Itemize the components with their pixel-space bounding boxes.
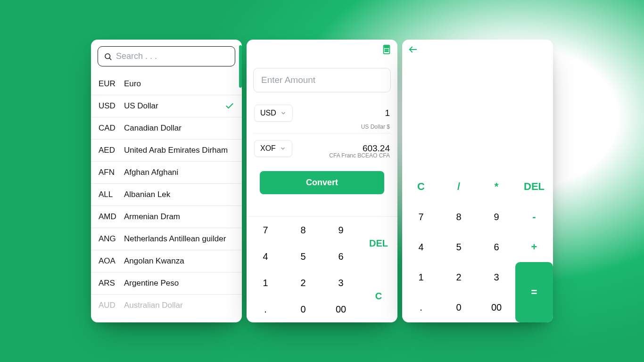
numpad-key-0[interactable]: 0 [284, 296, 322, 322]
calc-key-del[interactable]: DEL [515, 172, 553, 202]
convert-button[interactable]: Convert [260, 171, 384, 194]
currency-name: Netherlands Antillean guilder [124, 234, 234, 244]
currency-code: AOA [99, 256, 118, 266]
currency-row-eur[interactable]: EUREuro [91, 73, 242, 95]
calc-key-9[interactable]: 9 [478, 202, 515, 232]
currency-name: Euro [124, 79, 234, 89]
calc-key-6[interactable]: 6 [478, 232, 515, 262]
back-button[interactable] [408, 44, 418, 55]
numpad-key-5[interactable]: 5 [284, 243, 322, 270]
converter-panel: Enter Amount USD 1 US Dollar $ XOF [247, 40, 397, 322]
currency-code: AFN [99, 168, 118, 177]
numpad-key-4[interactable]: 4 [247, 243, 284, 270]
currency-name: Armenian Dram [124, 212, 234, 222]
currency-row-all[interactable]: ALLAlbanian Lek [91, 183, 242, 206]
svg-point-6 [388, 49, 388, 50]
currency-row-aed[interactable]: AEDUnited Arab Emirates Dirham [91, 139, 242, 161]
currency-name: Angolan Kwanza [124, 256, 234, 266]
calc-key-7[interactable]: 7 [402, 202, 440, 232]
to-currency-code: XOF [260, 144, 276, 153]
svg-point-4 [385, 49, 386, 50]
currency-code: CAD [99, 123, 118, 133]
from-sublabel: US Dollar $ [361, 123, 390, 130]
search-icon [104, 52, 112, 61]
currency-code: AED [99, 146, 118, 155]
numpad-key-6[interactable]: 6 [322, 243, 360, 270]
calc-key-dot[interactable]: . [402, 292, 440, 322]
currency-name: Australian Dollar [124, 301, 234, 310]
numpad-key-00[interactable]: 00 [322, 296, 360, 322]
currency-name: US Dollar [124, 101, 219, 111]
currency-row-cad[interactable]: CADCanadian Dollar [91, 117, 242, 139]
calculator-pad: C / * DEL 7 8 9 - 4 5 6 + 1 2 3 = . 0 00 [402, 172, 553, 322]
open-calculator-button[interactable] [381, 44, 392, 55]
currency-name: Albanian Lek [124, 190, 234, 199]
svg-point-0 [105, 54, 110, 59]
from-row: USD 1 US Dollar $ [253, 98, 391, 133]
currency-list: EUREuroUSDUS DollarCADCanadian DollarAED… [91, 73, 242, 322]
numpad-key-7[interactable]: 7 [247, 217, 284, 243]
numpad-key-9[interactable]: 9 [322, 217, 360, 243]
numpad-key-8[interactable]: 8 [284, 217, 322, 243]
from-currency-code: USD [260, 109, 276, 117]
currency-name: Argentine Peso [124, 279, 234, 288]
currency-row-afn[interactable]: AFNAfghan Afghani [91, 161, 242, 183]
calc-key-1[interactable]: 1 [402, 262, 440, 292]
calc-key-8[interactable]: 8 [440, 202, 478, 232]
currency-name: Canadian Dollar [124, 123, 234, 133]
svg-rect-3 [384, 46, 388, 48]
amount-placeholder: Enter Amount [261, 75, 315, 85]
search-input[interactable]: Search . . . [98, 46, 235, 66]
chevron-down-icon [280, 145, 286, 152]
calc-key-div[interactable]: / [440, 172, 478, 202]
currency-row-usd[interactable]: USDUS Dollar [91, 95, 242, 117]
calc-key-3[interactable]: 3 [478, 262, 515, 292]
currency-row-aud[interactable]: AUDAustralian Dollar [91, 294, 242, 316]
calc-key-0[interactable]: 0 [440, 292, 478, 322]
currency-code: ALL [99, 190, 118, 199]
converter-numpad: 7 8 9 DEL 4 5 6 1 2 3 C . 0 00 [247, 216, 397, 322]
currency-code: AUD [99, 301, 118, 310]
svg-point-5 [386, 49, 387, 50]
to-row: XOF 603.24 CFA Franc BCEAO CFA [253, 133, 391, 162]
currency-row-aoa[interactable]: AOAAngolan Kwanza [91, 250, 242, 272]
numpad-key-2[interactable]: 2 [284, 270, 322, 296]
currency-code: ANG [99, 234, 118, 244]
calc-key-5[interactable]: 5 [440, 232, 478, 262]
currency-name: United Arab Emirates Dirham [124, 146, 234, 155]
chevron-down-icon [280, 110, 287, 116]
currency-row-amd[interactable]: AMDArmenian Dram [91, 206, 242, 228]
calc-key-eq[interactable]: = [515, 262, 553, 322]
calculator-panel: C / * DEL 7 8 9 - 4 5 6 + 1 2 3 = . 0 00 [402, 40, 553, 322]
numpad-key-3[interactable]: 3 [322, 270, 360, 296]
currency-code: USD [99, 101, 118, 111]
search-placeholder: Search . . . [116, 51, 157, 61]
calc-key-c[interactable]: C [402, 172, 440, 202]
calc-key-mul[interactable]: * [478, 172, 515, 202]
from-currency-select[interactable]: USD [254, 105, 293, 122]
numpad-key-c[interactable]: C [360, 270, 397, 322]
convert-label: Convert [306, 178, 338, 187]
currency-code: EUR [99, 79, 118, 89]
numpad-key-1[interactable]: 1 [247, 270, 284, 296]
calc-key-2[interactable]: 2 [440, 262, 478, 292]
calc-key-00[interactable]: 00 [478, 292, 515, 322]
numpad-key-dot[interactable]: . [247, 296, 284, 322]
currency-name: Afghan Afghani [124, 168, 234, 177]
currency-row-ars[interactable]: ARSArgentine Peso [91, 272, 242, 294]
currency-code: AMD [99, 212, 118, 222]
calc-key-sub[interactable]: - [515, 202, 553, 232]
currency-row-ang[interactable]: ANGNetherlands Antillean guilder [91, 228, 242, 250]
calc-key-4[interactable]: 4 [402, 232, 440, 262]
from-value: 1 [385, 108, 390, 118]
calc-key-add[interactable]: + [515, 232, 553, 262]
to-currency-select[interactable]: XOF [254, 140, 292, 157]
svg-line-1 [109, 58, 111, 59]
svg-point-9 [388, 51, 388, 52]
calculator-icon [381, 44, 392, 55]
to-sublabel: CFA Franc BCEAO CFA [329, 152, 390, 159]
check-icon [225, 101, 234, 111]
svg-point-7 [385, 51, 386, 52]
amount-input[interactable]: Enter Amount [253, 68, 391, 92]
numpad-key-del[interactable]: DEL [360, 217, 397, 270]
